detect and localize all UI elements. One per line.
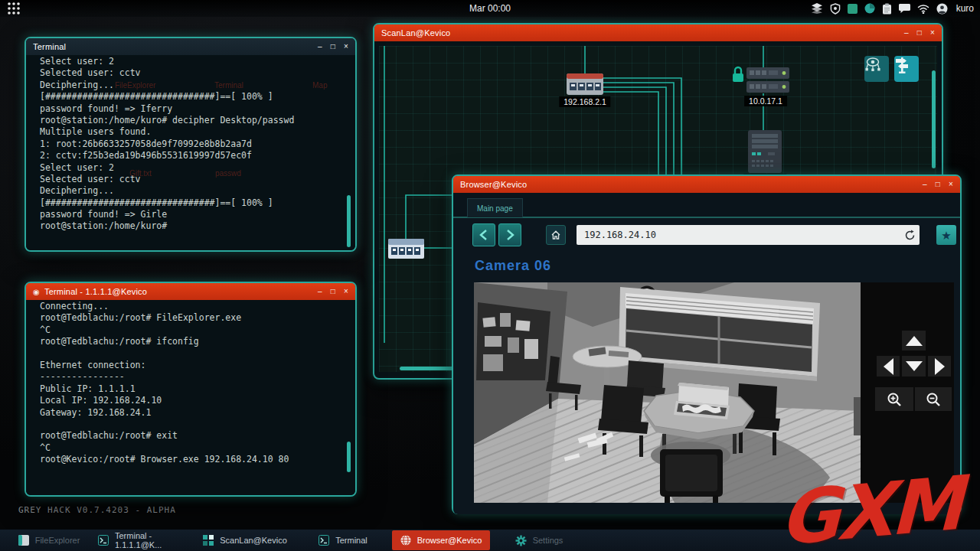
terminal-line: root@station:/home/kuro# [40, 220, 341, 232]
maximize-button[interactable]: □ [331, 288, 335, 295]
taskbar-item-label: Settings [533, 536, 564, 545]
bookmark-button[interactable]: ★ [936, 225, 956, 245]
close-button[interactable]: × [930, 29, 935, 37]
terminal-line: Public IP: 1.1.1.1 [40, 383, 341, 395]
map-legend-button[interactable] [894, 56, 919, 82]
right-arrow-icon [935, 358, 945, 375]
down-arrow-icon [906, 361, 923, 371]
terminal-line: Deciphering... [40, 80, 341, 91]
taskbar-item-label: FileExplorer [35, 536, 80, 545]
minimize-button[interactable]: – [318, 288, 322, 295]
home-button[interactable] [546, 225, 566, 245]
browser-window: Browser@Kevico – □ × Main page [452, 174, 962, 514]
taskbar-item-terminal[interactable]: Terminal [294, 530, 392, 551]
terminal-line: ---------------- [40, 371, 341, 383]
maximize-button[interactable]: □ [331, 43, 335, 51]
right-wall-edge [854, 397, 861, 435]
taskbar-item-scanlan[interactable]: ScanLan@Kevico [196, 530, 294, 551]
zoom-in-icon [887, 392, 902, 407]
back-button[interactable] [472, 223, 495, 246]
remote-terminal-titlebar[interactable]: ◉ Terminal - 1.1.1.1@Kevico – □ × [26, 283, 355, 300]
up-arrow-icon [906, 336, 923, 346]
battery-square-icon[interactable] [848, 4, 858, 14]
zoom-in-button[interactable] [875, 387, 913, 411]
terminal-titlebar[interactable]: Terminal – □ × [26, 38, 355, 55]
zoom-out-button[interactable] [915, 387, 952, 411]
terminal-scrollbar[interactable] [347, 195, 351, 247]
grid-dots-icon [7, 2, 21, 15]
taskbar-item-browser[interactable]: Browser@Kevico [392, 530, 490, 550]
forward-button[interactable] [498, 223, 521, 246]
taskbar-item-remote-terminal[interactable]: Terminal - 1.1.1.1@K... [98, 530, 196, 551]
switch-node [388, 239, 424, 259]
maximize-button[interactable]: □ [917, 29, 922, 37]
pan-left-button[interactable] [877, 356, 900, 377]
chevron-right-icon [504, 229, 516, 241]
avatar-icon[interactable] [936, 3, 948, 15]
wifi-icon[interactable] [917, 4, 929, 14]
app-grid-icon[interactable] [6, 1, 21, 16]
taskbar-item-label: Terminal [335, 536, 368, 545]
close-button[interactable]: × [344, 43, 348, 51]
map-vertical-scrollbar[interactable] [932, 70, 936, 168]
scanlan-titlebar[interactable]: ScanLan@Kevico – □ × [374, 24, 942, 41]
remote-terminal-window: ◉ Terminal - 1.1.1.1@Kevico – □ × Connec… [24, 282, 357, 497]
node-ip-label[interactable]: 10.0.17.1 [744, 96, 787, 106]
minimize-button[interactable]: – [923, 181, 927, 188]
terminal-scrollbar[interactable] [347, 442, 351, 472]
terminal-output[interactable]: Select user: 2Selected user: cctvDeciphe… [26, 55, 355, 250]
refresh-button[interactable] [900, 225, 920, 245]
chair-front [651, 442, 730, 503]
terminal-line: password found! => Girle [40, 209, 341, 220]
clock-text: Mar 00:00 [469, 3, 511, 14]
username-text: kuro [956, 3, 974, 14]
fileexplorer-icon [18, 535, 29, 546]
gear-icon [515, 535, 527, 546]
shield-icon[interactable] [830, 3, 841, 15]
browser-page: Camera 06 [453, 252, 960, 514]
camera-scene [474, 282, 861, 503]
router-node [567, 73, 603, 95]
terminal-line: 2: cctv:f25b3eda19b496b5531619997d57ec0f [40, 150, 341, 161]
minimize-button[interactable]: – [318, 43, 322, 51]
lock-icon [733, 67, 743, 82]
chat-icon[interactable] [899, 3, 910, 14]
pan-up-button[interactable] [902, 331, 926, 350]
terminal-line: Connecting... [40, 301, 341, 312]
layers-icon[interactable] [811, 3, 823, 14]
taskbar-item-settings[interactable]: Settings [490, 530, 588, 551]
close-button[interactable]: × [949, 181, 953, 188]
clipboard-icon[interactable] [882, 3, 892, 15]
terminal-line: Multiple users found. [40, 126, 341, 138]
taskbar-item-label: Browser@Kevico [417, 536, 482, 545]
terminal-line: ^C [40, 324, 341, 336]
pie-status-icon[interactable] [864, 3, 875, 14]
globe-icon [400, 535, 411, 546]
signpost-icon [894, 56, 910, 74]
tab-label: Main page [477, 204, 513, 213]
node-ip-label[interactable]: 192.168.2.1 [559, 96, 610, 107]
terminal-output[interactable]: Connecting...root@Tedblachu:/root# FileE… [26, 300, 355, 495]
taskbar-item-fileexplorer[interactable]: FileExplorer [0, 530, 98, 551]
terminal-line: [################################]==[ 10… [40, 91, 341, 103]
scan-tool-button[interactable] [864, 56, 889, 82]
box-on-table [674, 383, 730, 419]
zoom-out-icon [926, 392, 941, 407]
terminal-line: ^C [40, 442, 341, 454]
workstation-node [748, 130, 782, 173]
terminal-line: Selected user: cctv [40, 174, 341, 185]
browser-titlebar[interactable]: Browser@Kevico – □ × [453, 176, 960, 193]
map-horizontal-scrollbar[interactable] [400, 367, 455, 370]
pan-down-button[interactable] [902, 356, 926, 377]
terminal-line: root@Tedblachu:/root# FileExplorer.exe [40, 312, 341, 324]
pan-right-button[interactable] [928, 356, 951, 377]
tab-main-page[interactable]: Main page [467, 198, 523, 217]
minimize-button[interactable]: – [904, 29, 909, 37]
taskbar-item-label: Terminal - 1.1.1.1@K... [115, 531, 196, 549]
terminal-line: Select user: 2 [40, 56, 341, 67]
terminal-icon [98, 535, 109, 546]
close-button[interactable]: × [344, 288, 348, 295]
maximize-button[interactable]: □ [936, 181, 940, 188]
chevron-left-icon [478, 229, 490, 241]
url-input[interactable] [577, 230, 900, 240]
